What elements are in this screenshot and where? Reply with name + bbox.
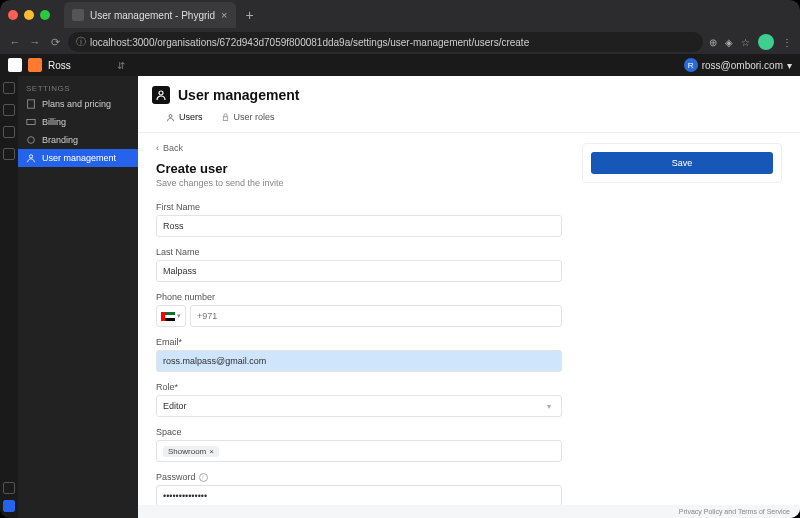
site-info-icon[interactable]: ⓘ bbox=[76, 35, 86, 49]
nav-forward-icon[interactable]: → bbox=[28, 35, 42, 49]
space-input[interactable]: Showroom × bbox=[156, 440, 562, 462]
rail-help-icon[interactable] bbox=[3, 482, 15, 494]
sidebar-item-label: Billing bbox=[42, 117, 66, 127]
sidebar-item-label: Branding bbox=[42, 135, 78, 145]
sidebar-item-user-management[interactable]: User management bbox=[18, 149, 138, 167]
space-label: Space bbox=[156, 427, 562, 437]
first-name-label: First Name bbox=[156, 202, 562, 212]
minimize-window-icon[interactable] bbox=[24, 10, 34, 20]
close-window-icon[interactable] bbox=[8, 10, 18, 20]
bookmark-icon[interactable]: ☆ bbox=[741, 37, 750, 48]
terms-link[interactable]: Terms of Service bbox=[738, 508, 790, 515]
rail-icon-2[interactable] bbox=[3, 104, 15, 116]
tab-title: User management - Phygrid bbox=[90, 10, 215, 21]
user-email: ross@ombori.com bbox=[702, 60, 783, 71]
svg-point-4 bbox=[159, 91, 163, 95]
remove-tag-icon[interactable]: × bbox=[209, 447, 214, 456]
url-field[interactable]: ⓘ localhost:3000/organisations/672d943d7… bbox=[68, 32, 703, 52]
org-avatar-icon bbox=[28, 58, 42, 72]
topbar-extra-icon[interactable]: ⇵ bbox=[117, 60, 125, 71]
browser-tab[interactable]: User management - Phygrid × bbox=[64, 2, 236, 28]
email-input[interactable] bbox=[156, 350, 562, 372]
tab-bar: User management - Phygrid × + bbox=[0, 0, 800, 30]
chevron-down-icon: ▾ bbox=[177, 312, 181, 320]
sidebar-item-label: Plans and pricing bbox=[42, 99, 111, 109]
user-icon bbox=[26, 153, 36, 163]
browser-menu-icon[interactable]: ⋮ bbox=[782, 37, 792, 48]
sidebar-item-label: User management bbox=[42, 153, 116, 163]
address-bar: ← → ⟳ ⓘ localhost:3000/organisations/672… bbox=[0, 30, 800, 54]
svg-point-2 bbox=[28, 137, 35, 144]
role-label: Role* bbox=[156, 382, 562, 392]
svg-point-5 bbox=[169, 114, 172, 117]
back-link[interactable]: ‹ Back bbox=[156, 143, 562, 153]
page-header: User management bbox=[138, 76, 800, 108]
settings-sidebar: SETTINGS Plans and pricing Billing Brand… bbox=[18, 76, 138, 518]
tab-close-icon[interactable]: × bbox=[221, 9, 227, 21]
user-management-icon bbox=[152, 86, 170, 104]
tab-label: Users bbox=[179, 112, 203, 122]
back-label: Back bbox=[163, 143, 183, 153]
country-code-select[interactable]: ▾ bbox=[156, 305, 186, 327]
svg-rect-0 bbox=[28, 100, 35, 108]
rail-settings-icon[interactable] bbox=[3, 500, 15, 512]
chevron-down-icon: ▾ bbox=[787, 60, 792, 71]
app-logo-icon[interactable] bbox=[8, 58, 22, 72]
app-topbar: Ross ⇵ R ross@ombori.com ▾ bbox=[0, 54, 800, 76]
password-label: Password i bbox=[156, 472, 562, 482]
svg-rect-1 bbox=[27, 120, 35, 125]
tab-user-roles[interactable]: User roles bbox=[221, 112, 275, 126]
footer: Privacy Policy and Terms of Service bbox=[138, 505, 800, 518]
profile-avatar-icon[interactable] bbox=[758, 34, 774, 50]
browser-chrome: User management - Phygrid × + ← → ⟳ ⓘ lo… bbox=[0, 0, 800, 54]
uae-flag-icon bbox=[161, 312, 175, 321]
card-icon bbox=[26, 117, 36, 127]
save-button[interactable]: Save bbox=[591, 152, 773, 174]
tab-users[interactable]: Users bbox=[166, 112, 203, 126]
form-heading: Create user bbox=[156, 161, 562, 176]
app-window: Ross ⇵ R ross@ombori.com ▾ bbox=[0, 54, 800, 518]
last-name-input[interactable] bbox=[156, 260, 562, 282]
last-name-label: Last Name bbox=[156, 247, 562, 257]
paint-icon bbox=[26, 135, 36, 145]
first-name-input[interactable] bbox=[156, 215, 562, 237]
rail-icon-3[interactable] bbox=[3, 126, 15, 138]
phone-input[interactable] bbox=[190, 305, 562, 327]
actions-panel: Save bbox=[582, 143, 782, 183]
privacy-link[interactable]: Privacy Policy bbox=[679, 508, 723, 515]
role-select[interactable]: Editor ▾ bbox=[156, 395, 562, 417]
new-tab-button[interactable]: + bbox=[246, 7, 254, 23]
window-controls[interactable] bbox=[8, 10, 50, 20]
space-tag[interactable]: Showroom × bbox=[163, 446, 219, 457]
info-icon[interactable]: i bbox=[199, 473, 208, 482]
page-title: User management bbox=[178, 87, 299, 103]
email-label: Email* bbox=[156, 337, 562, 347]
rail-icon-4[interactable] bbox=[3, 148, 15, 160]
phone-label: Phone number bbox=[156, 292, 562, 302]
user-avatar-icon: R bbox=[684, 58, 698, 72]
extensions-icon[interactable]: ◈ bbox=[725, 37, 733, 48]
tab-label: User roles bbox=[234, 112, 275, 122]
chevron-left-icon: ‹ bbox=[156, 143, 159, 153]
url-text: localhost:3000/organisations/672d943d705… bbox=[90, 37, 529, 48]
translate-icon[interactable]: ⊕ bbox=[709, 37, 717, 48]
sidebar-item-billing[interactable]: Billing bbox=[18, 113, 138, 131]
content-area: User management Users User roles bbox=[138, 76, 800, 518]
user-icon bbox=[166, 113, 175, 122]
nav-back-icon[interactable]: ← bbox=[8, 35, 22, 49]
document-icon bbox=[26, 99, 36, 109]
form-subheading: Save changes to send the invite bbox=[156, 178, 562, 188]
sidebar-item-branding[interactable]: Branding bbox=[18, 131, 138, 149]
svg-point-3 bbox=[29, 155, 32, 158]
org-name[interactable]: Ross bbox=[48, 60, 71, 71]
nav-reload-icon[interactable]: ⟳ bbox=[48, 35, 62, 49]
maximize-window-icon[interactable] bbox=[40, 10, 50, 20]
sidebar-item-plans[interactable]: Plans and pricing bbox=[18, 95, 138, 113]
role-value: Editor bbox=[163, 401, 187, 411]
svg-rect-6 bbox=[223, 116, 228, 120]
rail-icon-1[interactable] bbox=[3, 82, 15, 94]
favicon-icon bbox=[72, 9, 84, 21]
password-input[interactable] bbox=[156, 485, 562, 505]
nav-rail bbox=[0, 76, 18, 518]
user-menu[interactable]: R ross@ombori.com ▾ bbox=[684, 58, 792, 72]
